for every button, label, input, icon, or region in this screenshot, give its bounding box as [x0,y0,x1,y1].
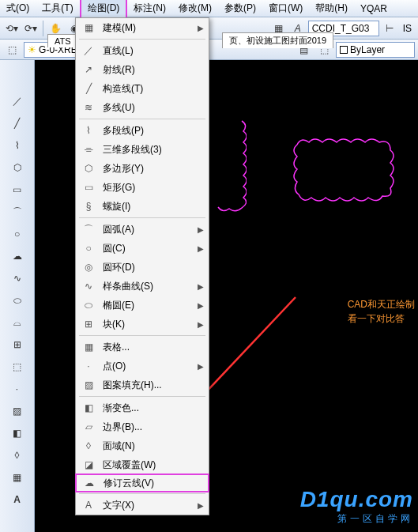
menu-2[interactable]: 绘图(D) [80,0,128,19]
donut-icon: ◎ [81,259,96,275]
circle-icon: ○ [81,240,96,256]
menu-item-line[interactable]: ／直线(L) [76,41,209,60]
menu-item-block[interactable]: ⊞块(K)▶ [76,315,209,334]
menu-label: 图案填充(H)... [103,379,204,392]
menu-item-table[interactable]: ▦表格... [76,338,209,357]
undo-dropdown-icon[interactable]: ⟲▾ [3,20,21,37]
hatch-icon[interactable]: ▨ [8,402,27,421]
arc-icon[interactable]: ⌒ [8,202,27,221]
layer-icon[interactable]: ⬚ [3,41,21,58]
menu-0[interactable]: 式(O) [0,0,36,17]
3dpoly-icon: ⌯ [81,141,96,157]
menu-8[interactable]: YQAR [354,1,394,17]
menu-4[interactable]: 修改(M) [172,0,218,17]
menu-label: 圆(C) [103,242,191,255]
menu-label: 圆环(D) [103,261,204,274]
gradient-icon[interactable]: ◧ [8,424,27,443]
menu-item-ellipse[interactable]: ⬭椭圆(E)▶ [76,296,209,315]
menu-label: 射线(R) [103,63,204,77]
menu-item-point[interactable]: ·点(O)▶ [76,357,209,375]
pline-icon: ⌇ [81,123,96,138]
menu-1[interactable]: 工具(T) [36,0,79,17]
table-icon: ▦ [81,339,96,355]
ellipse-icon: ⬭ [81,297,96,313]
block-icon[interactable]: ⬚ [8,357,27,376]
menu-item-region[interactable]: ◊面域(N) [76,436,209,455]
submenu-arrow-icon: ▶ [198,301,204,310]
annotation-text: CAD和天正绘制 看一下对比答 [348,297,415,326]
menu-item-ray[interactable]: ↗射线(R) [76,60,209,79]
menu-item-pline[interactable]: ⌇多段线(P) [76,121,209,140]
insert-icon[interactable]: ⊞ [8,335,27,354]
table-tool-icon[interactable]: ▦ [8,468,27,487]
bylayer-combo[interactable]: ByLayer [336,42,415,58]
spline-icon: ∿ [81,278,96,294]
point-icon[interactable]: · [8,379,27,398]
menu-item-revcloud[interactable]: ☁修订云线(V) [75,474,209,492]
spline-icon[interactable]: ∿ [8,269,27,288]
xline-icon: ╱ [81,81,96,96]
menu-separator [79,39,205,40]
text-icon[interactable]: A [8,490,27,509]
wipeout-icon: ◪ [81,457,96,473]
menu-separator [79,335,205,336]
revcloud-icon[interactable]: ☁ [8,247,27,266]
menu-item-text[interactable]: A文字(X)▶ [76,496,209,515]
mline-icon: ≋ [81,100,96,115]
menu-label: 边界(B)... [103,421,204,434]
menu-label: 圆弧(A) [103,223,191,236]
menu-item-mline[interactable]: ≋多线(U) [76,98,209,117]
ray-icon: ↗ [81,62,96,77]
xline-icon[interactable]: ╱ [8,114,27,133]
draw-menu-dropdown: ▦建模(M)▶／直线(L)↗射线(R)╱构造线(T)≋多线(U)⌇多段线(P)⌯… [75,17,209,515]
model-icon: ▦ [81,20,96,36]
tab-doc[interactable]: 页、初设施工图封面2019 [222,32,333,48]
menu-item-xline[interactable]: ╱构造线(T) [76,79,209,98]
menu-label: 面域(N) [103,440,204,453]
gradient-icon: ◧ [81,400,96,416]
menu-5[interactable]: 参数(P) [218,0,262,17]
rect-icon[interactable]: ▭ [8,180,27,199]
menu-item-boundary[interactable]: ▱边界(B)... [76,417,209,436]
menu-item-model[interactable]: ▦建模(M)▶ [76,18,209,37]
menu-item-donut[interactable]: ◎圆环(D) [76,258,209,277]
region-icon: ◊ [81,438,96,454]
menu-item-helix[interactable]: §螺旋(I) [76,197,209,216]
menu-item-hatch[interactable]: ▨图案填充(H)... [76,375,209,394]
ellipse-arc-icon[interactable]: ⌓ [8,313,27,332]
polygon-icon: ⬡ [81,160,96,176]
text-icon: A [81,497,96,513]
menu-item-gradient[interactable]: ◧渐变色... [76,398,209,417]
revcloud-icon: ☁ [81,475,97,491]
line-icon[interactable]: ／ [8,92,27,111]
submenu-arrow-icon: ▶ [198,225,204,234]
submenu-arrow-icon: ▶ [198,501,204,510]
menu-item-rect[interactable]: ▭矩形(G) [76,178,209,197]
submenu-arrow-icon: ▶ [198,282,204,291]
menu-label: 多段线(P) [103,124,204,138]
menu-label: 矩形(G) [103,181,204,194]
boundary-icon: ▱ [81,419,96,435]
pline-icon[interactable]: ⌇ [8,136,27,155]
menu-item-polygon[interactable]: ⬡多边形(Y) [76,159,209,178]
point-icon: · [81,358,96,374]
menu-label: 螺旋(I) [103,200,204,213]
menu-label: 多边形(Y) [103,162,204,175]
menu-label: 点(O) [103,360,191,373]
tab-ats[interactable]: ATS [47,34,78,47]
menu-item-spline[interactable]: ∿样条曲线(S)▶ [76,277,209,296]
region-icon[interactable]: ◊ [8,446,27,465]
rect-icon: ▭ [81,179,96,195]
menu-7[interactable]: 帮助(H) [309,0,354,17]
dim-icon[interactable]: ⊢ [381,20,398,37]
menu-item-arc[interactable]: ⌒圆弧(A)▶ [76,220,209,239]
menu-item-3dpoly[interactable]: ⌯三维多段线(3) [76,140,209,159]
menu-3[interactable]: 标注(N) [127,0,172,17]
menu-item-circle[interactable]: ○圆(C)▶ [76,239,209,258]
menu-6[interactable]: 窗口(W) [262,0,309,17]
redo-dropdown-icon[interactable]: ⟳▾ [22,20,40,37]
ellipse-icon[interactable]: ⬭ [8,291,27,310]
circle-icon[interactable]: ○ [8,224,27,243]
menu-item-wipeout[interactable]: ◪区域覆盖(W) [76,455,209,474]
polygon-icon[interactable]: ⬡ [8,158,27,177]
